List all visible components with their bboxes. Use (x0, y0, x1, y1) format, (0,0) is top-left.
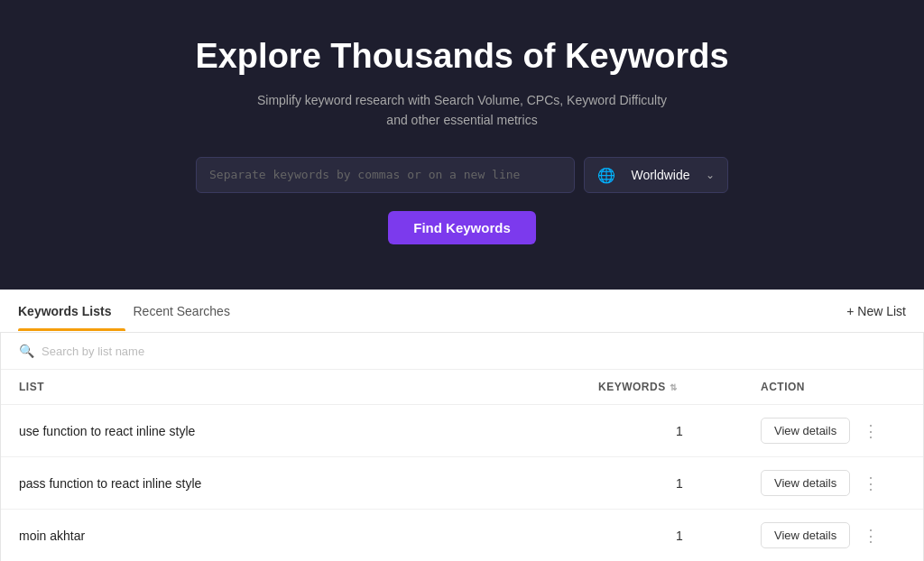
location-dropdown[interactable]: 🌐 Worldwide ⌄ (584, 157, 728, 193)
row-name: moin akhtar (19, 529, 598, 543)
tab-keywords-lists[interactable]: Keywords Lists (18, 291, 125, 331)
new-list-button[interactable]: + New List (846, 304, 906, 318)
view-details-button[interactable]: View details (761, 470, 850, 496)
col-keywords-header: KEYWORDS ⇅ (598, 381, 761, 393)
keyword-input[interactable] (196, 157, 575, 193)
row-keywords: 1 (598, 529, 761, 543)
table-row: pass function to react inline style 1 Vi… (1, 457, 923, 510)
hero-title: Explore Thousands of Keywords (18, 36, 906, 78)
view-details-button[interactable]: View details (761, 522, 850, 548)
list-search-input[interactable] (42, 345, 905, 358)
table-row: moin akhtar 1 View details ⋮ (1, 510, 923, 561)
globe-icon: 🌐 (597, 167, 615, 184)
list-search-bar: 🔍 (1, 333, 923, 370)
row-name: use function to react inline style (19, 424, 598, 438)
col-action-header: ACTION (761, 381, 905, 393)
table-body: use function to react inline style 1 Vie… (1, 405, 923, 561)
row-action: View details ⋮ (761, 470, 905, 496)
row-keywords: 1 (598, 424, 761, 438)
hero-subtitle: Simplify keyword research with Search Vo… (245, 90, 679, 131)
view-details-button[interactable]: View details (761, 418, 850, 444)
content-section: Keywords Lists Recent Searches + New Lis… (0, 290, 924, 561)
row-action: View details ⋮ (761, 522, 905, 548)
location-label: Worldwide (623, 168, 698, 182)
search-row: 🌐 Worldwide ⌄ (18, 157, 906, 193)
col-list-header: LIST (19, 381, 598, 393)
chevron-down-icon: ⌄ (706, 169, 715, 181)
tabs-bar: Keywords Lists Recent Searches + New Lis… (0, 290, 924, 333)
row-name: pass function to react inline style (19, 476, 598, 491)
table-header: LIST KEYWORDS ⇅ ACTION (1, 370, 923, 405)
table-row: use function to react inline style 1 Vie… (1, 405, 923, 457)
row-action: View details ⋮ (761, 418, 905, 444)
more-options-icon[interactable]: ⋮ (859, 524, 882, 547)
sort-icon: ⇅ (670, 382, 678, 392)
more-options-icon[interactable]: ⋮ (859, 472, 882, 495)
more-options-icon[interactable]: ⋮ (859, 419, 882, 443)
hero-section: Explore Thousands of Keywords Simplify k… (0, 0, 924, 290)
tab-recent-searches[interactable]: Recent Searches (133, 291, 244, 331)
find-keywords-button[interactable]: Find Keywords (388, 211, 536, 244)
search-icon: 🔍 (19, 344, 34, 358)
row-keywords: 1 (598, 476, 761, 491)
list-panel: 🔍 LIST KEYWORDS ⇅ ACTION use function to… (0, 333, 924, 561)
